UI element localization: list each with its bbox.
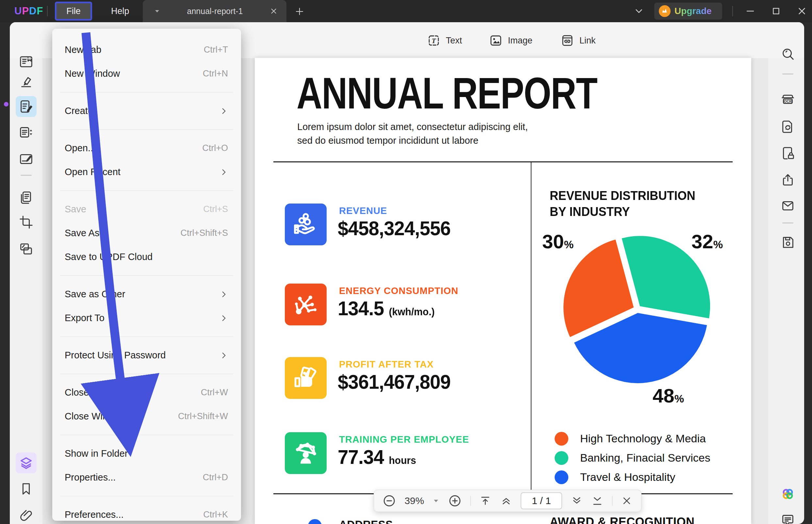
highlighter-icon[interactable] (16, 70, 37, 92)
divider (732, 6, 733, 16)
convert-icon[interactable] (777, 116, 798, 137)
bookmark-icon[interactable] (16, 479, 37, 500)
legend-dot-icon (554, 471, 568, 484)
menu-divider (60, 92, 233, 93)
menu-item-close-window[interactable]: Close Window Ctrl+Shift+W (52, 405, 241, 428)
edit-pdf-icon[interactable] (16, 96, 37, 117)
tab-close-icon[interactable] (269, 7, 278, 15)
menu-item-save[interactable]: Save Ctrl+S (52, 197, 241, 221)
header-chevron-down-icon[interactable] (632, 4, 645, 18)
person-network-icon (285, 432, 327, 474)
legend-dot-icon (554, 432, 568, 446)
menu-divider (60, 496, 233, 496)
chevron-right-icon (219, 314, 228, 323)
address-heading: ADDRESS (339, 519, 393, 524)
close-button[interactable] (795, 4, 808, 18)
minimize-button[interactable] (744, 4, 757, 18)
upgrade-button[interactable]: Upgrade (654, 3, 722, 20)
next-page-icon[interactable] (570, 495, 583, 507)
chevron-right-icon (219, 107, 228, 115)
feedback-icon[interactable] (777, 510, 798, 524)
pie-label-48: 48% (652, 384, 684, 407)
title-bar: UPDF File Help annual-report-1 Upgrade (0, 0, 812, 22)
report-title: ANNUAL REPORT (297, 68, 597, 119)
document-tab[interactable]: annual-report-1 (143, 0, 286, 22)
menu-item-save-as-other[interactable]: Save as Other (52, 282, 241, 306)
slideshow-icon[interactable] (16, 239, 37, 259)
legend-row: High Technology & Media (554, 429, 710, 448)
menu-item-save-to-updf-cloud[interactable]: Save to UPDF Cloud (52, 245, 241, 269)
file-menu-dropdown: New Tab Ctrl+T New Window Ctrl+N Create … (52, 29, 241, 521)
zoom-dropdown-caret-icon[interactable] (432, 497, 440, 504)
menu-item-preferences[interactable]: Preferences... Ctrl+K (52, 503, 241, 524)
menu-item-show-in-folder[interactable]: Show in Folder (52, 442, 241, 465)
ocr-icon[interactable]: OCR (777, 89, 798, 110)
column-divider (531, 162, 531, 493)
search-icon[interactable] (777, 44, 798, 64)
pdf-page: ANNUAL REPORT Lorem ipsum dolor sit amet… (255, 58, 751, 524)
molecule-icon (285, 283, 327, 325)
chevron-right-icon (219, 168, 228, 176)
stat-training: TRAINING PER EMPLOYEE 77.34 hours (285, 432, 513, 475)
new-tab-button[interactable] (293, 5, 306, 18)
save-icon[interactable] (777, 232, 798, 253)
fill-sign-icon[interactable] (16, 149, 37, 169)
link-tool-icon (561, 34, 574, 47)
menu-item-properties[interactable]: Properties... Ctrl+D (52, 465, 241, 489)
zoom-in-icon[interactable] (448, 494, 462, 508)
share-icon[interactable] (777, 169, 798, 191)
crop-icon[interactable] (16, 212, 37, 233)
legend-dot-icon (554, 451, 568, 465)
stat-profit: PROFIT AFTER TAX $361,467,809 (285, 357, 513, 400)
maximize-button[interactable] (769, 4, 783, 18)
text-tool-button[interactable]: T Text (427, 31, 462, 50)
legend-row: Banking, Finacial Services (554, 448, 710, 468)
link-tool-button[interactable]: Link (561, 31, 596, 50)
menu-item-new-window[interactable]: New Window Ctrl+N (52, 62, 241, 86)
organize-pages-icon[interactable] (16, 122, 37, 143)
menu-divider (60, 435, 233, 435)
stat-energy: ENERGY CONSUMPTION 134.5 (kwh/mo.) (285, 283, 513, 327)
menu-divider (60, 374, 233, 374)
attachment-icon[interactable] (16, 505, 37, 524)
menu-item-new-tab[interactable]: New Tab Ctrl+T (52, 38, 241, 62)
updf-logo: UPDF (14, 5, 43, 17)
zoom-level[interactable]: 39% (404, 495, 424, 506)
report-subtitle: Lorem ipsum dolor sit amet, consectetur … (297, 120, 528, 147)
menu-item-protect-using-password[interactable]: Protect Using Password (52, 343, 241, 367)
page-indicator-input[interactable]: 1 / 1 (521, 492, 562, 509)
menu-divider (60, 191, 233, 191)
mail-icon[interactable] (777, 195, 798, 216)
legend-row: Travel & Hospitality (554, 468, 710, 487)
image-tool-button[interactable]: Image (489, 31, 532, 50)
menu-item-export-to[interactable]: Export To (52, 306, 241, 330)
close-toolbar-icon[interactable] (621, 495, 632, 507)
section-divider (274, 161, 733, 162)
pages-copy-icon[interactable] (16, 187, 37, 208)
zoom-out-icon[interactable] (382, 494, 396, 508)
tab-title: annual-report-1 (160, 6, 269, 16)
menu-item-create[interactable]: Create (52, 99, 241, 123)
menu-divider (60, 275, 233, 276)
chevron-right-icon (219, 351, 228, 360)
chevron-right-icon (219, 290, 228, 299)
menu-item-open[interactable]: Open... Ctrl+O (52, 136, 241, 160)
divider (47, 6, 48, 16)
previous-page-icon[interactable] (500, 495, 512, 507)
last-page-icon[interactable] (591, 495, 603, 507)
reader-icon[interactable] (16, 51, 37, 72)
text-tool-icon: T (427, 34, 441, 47)
ai-assistant-icon[interactable] (777, 484, 798, 504)
svg-text:T: T (432, 37, 436, 45)
tab-dropdown-caret-icon[interactable] (154, 8, 160, 14)
file-menu-button[interactable]: File (55, 2, 92, 20)
help-menu-button[interactable]: Help (104, 2, 136, 20)
address-bullet-icon (308, 519, 322, 524)
menu-item-open-recent[interactable]: Open Recent (52, 160, 241, 184)
svg-text:OCR: OCR (784, 99, 792, 103)
protect-icon[interactable] (777, 143, 798, 164)
first-page-icon[interactable] (479, 495, 491, 507)
layers-icon[interactable] (16, 453, 37, 473)
menu-item-close-tab[interactable]: Close Tab Ctrl+W (52, 381, 241, 405)
menu-item-save-as[interactable]: Save As... Ctrl+Shift+S (52, 221, 241, 245)
